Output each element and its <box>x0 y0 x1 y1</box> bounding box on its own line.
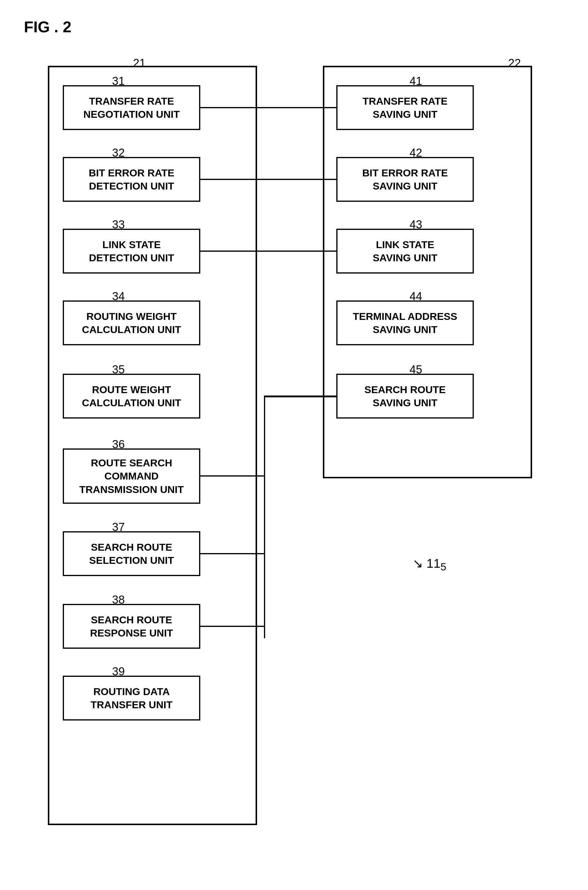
unit-42: BIT ERROR RATESAVING UNIT <box>336 157 474 202</box>
unit-32: BIT ERROR RATEDETECTION UNIT <box>63 157 200 202</box>
figure-label: FIG . 2 <box>24 18 564 36</box>
unit-31: TRANSFER RATENEGOTIATION UNIT <box>63 85 200 130</box>
connector-36-bus <box>200 475 264 477</box>
connector-37-bus <box>200 553 264 554</box>
connector-33-43 <box>200 251 336 252</box>
note-11-5: ↘ 115 <box>412 556 446 573</box>
unit-34: ROUTING WEIGHTCALCULATION UNIT <box>63 300 200 345</box>
unit-43: LINK STATESAVING UNIT <box>336 229 474 273</box>
unit-37: SEARCH ROUTESELECTION UNIT <box>63 531 200 576</box>
unit-44: TERMINAL ADDRESSSAVING UNIT <box>336 300 474 345</box>
vertical-bus-left <box>264 396 265 638</box>
unit-36: ROUTE SEARCHCOMMANDTRANSMISSION UNIT <box>63 449 200 504</box>
connector-38-bus <box>200 626 264 627</box>
unit-41: TRANSFER RATESAVING UNIT <box>336 85 474 130</box>
unit-39: ROUTING DATATRANSFER UNIT <box>63 675 200 720</box>
ref-21: 21 <box>133 57 146 70</box>
connector-32-42 <box>200 179 336 180</box>
unit-45: SEARCH ROUTESAVING UNIT <box>336 374 474 419</box>
connector-31-41 <box>200 107 336 108</box>
diagram: 21 22 31 TRANSFER RATENEGOTIATION UNIT 3… <box>24 48 562 855</box>
unit-35: ROUTE WEIGHTCALCULATION UNIT <box>63 374 200 419</box>
ref-22: 22 <box>508 57 521 70</box>
unit-33: LINK STATEDETECTION UNIT <box>63 229 200 273</box>
connector-45-bus-h <box>264 396 336 397</box>
unit-38: SEARCH ROUTERESPONSE UNIT <box>63 604 200 649</box>
